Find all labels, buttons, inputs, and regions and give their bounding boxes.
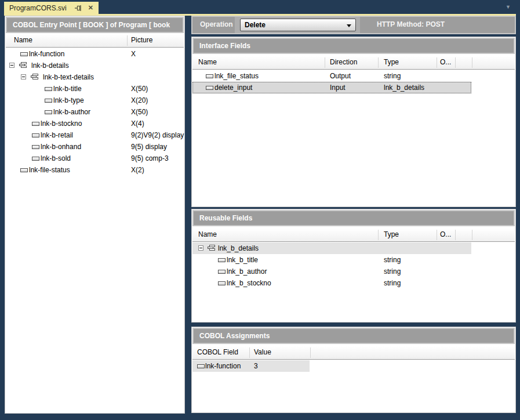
field-icon: [206, 74, 213, 78]
field-icon: [20, 168, 28, 172]
assignment-field: lnk-function: [205, 362, 241, 370]
field-type: lnk_b_details: [384, 84, 424, 92]
picture-value: 9(2)V9(2) display: [131, 131, 184, 139]
interface-fields-title: Interface Fields: [192, 38, 515, 54]
operation-selected-value: Delete: [245, 21, 266, 29]
interface-fields-section: Interface Fields Name Direction Type O..…: [191, 37, 516, 207]
window-menu-arrow-icon[interactable]: ▼: [506, 4, 511, 10]
interface-fields-column-header: Name Direction Type O...: [192, 56, 515, 70]
tree-item-label: lnk-b-title: [53, 85, 82, 93]
group-icon: [208, 245, 216, 252]
tree-row[interactable]: lnk-b-details: [6, 60, 184, 71]
column-divider[interactable]: [472, 230, 472, 240]
column-divider[interactable]: [437, 57, 437, 68]
tree-row[interactable]: lnk-b-onhand 9(5) display: [6, 141, 184, 153]
pin-icon[interactable]: [75, 5, 82, 12]
tree-row[interactable]: lnk-b-sold 9(5) comp-3: [6, 153, 184, 164]
tree-item-label: lnk-b-type: [53, 96, 84, 104]
collapse-icon[interactable]: [9, 63, 14, 68]
column-divider[interactable]: [472, 57, 472, 68]
picture-value: X(50): [131, 85, 148, 93]
column-divider[interactable]: [455, 230, 456, 240]
reusable-fields-title: Reusable Fields: [192, 210, 515, 226]
column-divider[interactable]: [325, 57, 325, 68]
field-icon: [20, 52, 28, 56]
reusable-fields-section: Reusable Fields Name Type O... lnk_b_det…: [191, 209, 516, 323]
tree-row[interactable]: lnk-b-text-details: [6, 71, 184, 83]
table-row[interactable]: lnk_b_author string: [192, 266, 515, 277]
picture-value: X(50): [131, 108, 148, 116]
field-type: string: [384, 256, 401, 264]
field-name: delete_input: [214, 84, 252, 92]
table-row[interactable]: lnk_b_title string: [192, 254, 515, 266]
table-row[interactable]: lnk_b_details: [192, 242, 515, 254]
column-header-picture[interactable]: Picture: [131, 36, 152, 44]
tree-row[interactable]: lnk-b-retail 9(2)V9(2) display: [6, 129, 184, 141]
dropdown-arrow-icon: [347, 24, 351, 27]
close-icon[interactable]: ✕: [88, 5, 93, 11]
tree-item-label: lnk-b-text-details: [43, 73, 94, 81]
tree-row[interactable]: lnk-file-status X(2): [6, 164, 184, 176]
field-icon: [218, 281, 226, 285]
column-header-type[interactable]: Type: [384, 230, 399, 238]
column-divider[interactable]: [455, 57, 456, 68]
tree-row[interactable]: lnk-function X: [6, 48, 184, 60]
field-type: string: [384, 267, 401, 276]
picture-value: X(2): [131, 166, 144, 174]
field-direction: Input: [330, 84, 346, 92]
reusable-fields-column-header: Name Type O...: [192, 229, 515, 242]
tree-item-label: lnk-b-details: [31, 61, 69, 70]
tree-item-label: lnk-function: [29, 50, 64, 58]
tree-row[interactable]: lnk-b-author X(50): [6, 106, 184, 118]
column-header-value[interactable]: Value: [254, 348, 271, 356]
cobol-entry-point-title: COBOL Entry Point [ BOOK ] of Program [ …: [6, 17, 184, 33]
picture-value: 9(5) comp-3: [131, 154, 169, 162]
column-divider[interactable]: [378, 230, 379, 240]
column-divider[interactable]: [310, 347, 311, 358]
column-header-direction[interactable]: Direction: [330, 58, 357, 66]
cobol-assignments-column-header: COBOL Field Value: [192, 346, 515, 360]
tab-programcors[interactable]: ProgramCORS.svi ✕: [4, 2, 99, 14]
picture-value: X(20): [131, 96, 148, 104]
field-icon: [32, 157, 39, 161]
column-divider[interactable]: [378, 57, 379, 68]
table-row-selected[interactable]: delete_input Input lnk_b_details: [192, 82, 515, 93]
field-icon: [45, 110, 52, 114]
cobol-assignments-section: COBOL Assignments COBOL Field Value lnk-…: [191, 327, 516, 413]
table-row[interactable]: lnk_b_stockno string: [192, 277, 515, 289]
assignment-value: 3: [254, 362, 258, 370]
column-header-name[interactable]: Name: [14, 36, 32, 44]
group-icon: [19, 62, 28, 69]
picture-value: 9(5) display: [131, 143, 167, 151]
column-header-name[interactable]: Name: [198, 58, 217, 66]
field-type: string: [384, 72, 401, 80]
operation-label: Operation: [200, 20, 233, 28]
field-icon: [32, 133, 39, 137]
operation-select[interactable]: Delete: [240, 19, 356, 31]
tree-item-label: lnk-b-author: [53, 108, 90, 116]
field-icon: [32, 122, 39, 126]
tree-item-label: lnk-file-status: [29, 166, 70, 174]
column-header-cobol-field[interactable]: COBOL Field: [197, 348, 238, 356]
tree-row[interactable]: lnk-b-title X(50): [6, 83, 184, 95]
field-icon: [45, 99, 52, 103]
tree-row[interactable]: lnk-b-stockno X(4): [6, 118, 184, 129]
column-header-name[interactable]: Name: [198, 230, 217, 238]
picture-value: X: [131, 50, 136, 58]
tree-row[interactable]: lnk-b-type X(20): [6, 95, 184, 106]
column-header-occurs[interactable]: O...: [440, 230, 451, 238]
collapse-icon[interactable]: [198, 245, 203, 251]
field-icon: [45, 87, 52, 91]
column-divider[interactable]: [249, 347, 250, 358]
column-divider[interactable]: [127, 35, 128, 46]
field-direction: Output: [330, 72, 351, 80]
column-divider[interactable]: [437, 230, 437, 240]
column-header-occurs[interactable]: O...: [440, 58, 451, 66]
cobol-assignments-title: COBOL Assignments: [192, 328, 515, 344]
column-header-type[interactable]: Type: [384, 58, 399, 66]
field-icon: [197, 364, 205, 368]
collapse-icon[interactable]: [21, 74, 26, 79]
tree-item-label: lnk-b-sold: [41, 154, 71, 162]
table-row[interactable]: lnk-function 3: [192, 360, 515, 372]
table-row[interactable]: lnk_file_status Output string: [192, 70, 515, 82]
